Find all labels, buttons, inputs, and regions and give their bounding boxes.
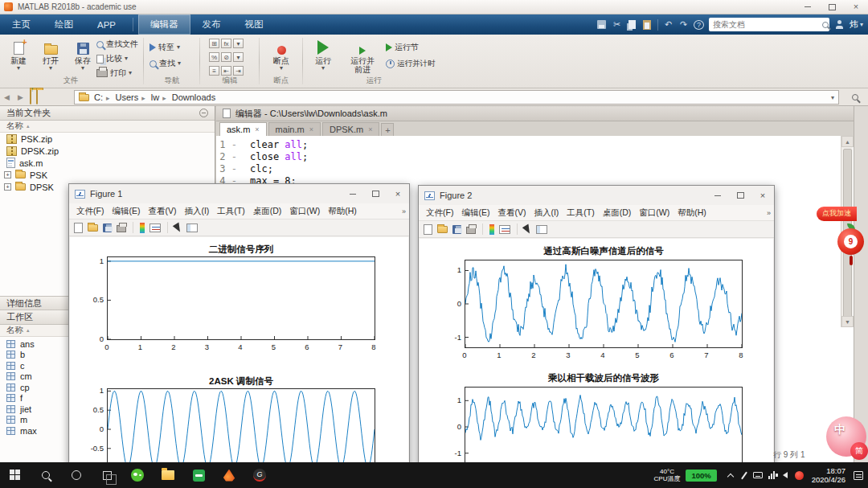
- start-button[interactable]: [0, 462, 31, 488]
- scroll-up-icon[interactable]: ▲: [841, 136, 854, 147]
- matlab-taskbar-button[interactable]: [214, 462, 244, 488]
- find-button[interactable]: 查找▾: [149, 57, 181, 70]
- doc-search-box[interactable]: [709, 18, 829, 31]
- smart-indent-icon[interactable]: ≡: [209, 66, 219, 76]
- editor-tab-dpskm[interactable]: DPSK.m×: [322, 122, 379, 136]
- code-line[interactable]: 3clc;: [216, 162, 854, 174]
- g-app-taskbar-button[interactable]: G: [244, 462, 275, 488]
- menu-desktop[interactable]: 桌面(D): [253, 206, 282, 217]
- colorbar-icon[interactable]: [489, 224, 494, 235]
- wechat-taskbar-button[interactable]: [122, 462, 153, 488]
- path-field[interactable]: C: Users lw Downloads ▾: [74, 90, 839, 105]
- figure-minimize-button[interactable]: [706, 186, 729, 205]
- menu-help[interactable]: 帮助(H): [328, 206, 357, 217]
- save-figure-icon[interactable]: [103, 223, 112, 232]
- menu-help[interactable]: 帮助(H): [678, 207, 706, 219]
- minimize-button[interactable]: [796, 0, 820, 14]
- insert-function-icon[interactable]: fx: [221, 39, 231, 48]
- user-avatar-icon[interactable]: [834, 19, 845, 31]
- paste-icon[interactable]: [642, 19, 653, 31]
- tab-editor[interactable]: 编辑器: [138, 14, 190, 35]
- figure-minimize-button[interactable]: [342, 184, 364, 203]
- ime-floating-widget[interactable]: 中 简: [825, 413, 868, 461]
- current-folder-header[interactable]: 当前文件夹: [0, 106, 215, 121]
- new-figure-icon[interactable]: [424, 224, 432, 235]
- volume-tray-icon[interactable]: [779, 462, 792, 488]
- maximize-button[interactable]: [820, 0, 844, 14]
- code-line[interactable]: 1clear all;: [216, 138, 854, 150]
- action-center-button[interactable]: [851, 462, 865, 488]
- menu-overflow-icon[interactable]: »: [767, 209, 771, 217]
- doc-search-input[interactable]: [713, 20, 819, 29]
- clock-widget[interactable]: 18:07 2020/4/26: [812, 466, 845, 484]
- folder-row[interactable]: +PSK: [0, 169, 215, 181]
- menu-file[interactable]: 文件(F): [76, 206, 104, 217]
- menu-tools[interactable]: 工具(T): [217, 206, 244, 217]
- cut-icon[interactable]: ✂: [612, 19, 622, 31]
- open-figure-icon[interactable]: [88, 224, 98, 232]
- menu-insert[interactable]: 插入(I): [184, 206, 209, 217]
- figure-close-button[interactable]: ×: [751, 186, 774, 205]
- comment-icon[interactable]: %: [209, 52, 219, 62]
- print-figure-icon[interactable]: [466, 225, 476, 234]
- undo-icon[interactable]: ↶: [663, 19, 674, 31]
- redo-icon[interactable]: ↷: [678, 19, 689, 31]
- find-files-button[interactable]: 查找文件: [96, 38, 138, 51]
- tab-close-icon[interactable]: ×: [309, 125, 313, 133]
- open-figure-icon[interactable]: [437, 226, 448, 233]
- legend-icon[interactable]: [149, 223, 161, 232]
- forward-arrow-icon[interactable]: ▶: [14, 93, 27, 101]
- help-icon[interactable]: ?: [694, 20, 704, 30]
- indent-right-icon[interactable]: ⇥: [233, 66, 244, 76]
- run-time-button[interactable]: 运行并计时: [386, 57, 436, 70]
- figure-maximize-button[interactable]: [364, 184, 387, 203]
- task-view-button[interactable]: [92, 462, 122, 488]
- speed-boost-badge[interactable]: 点我加速: [817, 207, 857, 221]
- tab-close-icon[interactable]: ×: [368, 125, 372, 133]
- breakpoints-button[interactable]: 断点 ▾: [266, 37, 297, 77]
- menu-edit[interactable]: 编辑(E): [461, 207, 489, 219]
- plot-tools-icon[interactable]: [536, 225, 547, 234]
- figure1-titlebar[interactable]: Figure 1 ×: [69, 184, 409, 203]
- keyboard-tray-icon[interactable]: [751, 462, 765, 488]
- folder-search-icon[interactable]: [852, 94, 858, 100]
- breadcrumb-users[interactable]: Users: [104, 92, 140, 102]
- back-arrow-icon[interactable]: ◀: [0, 93, 14, 101]
- expand-icon[interactable]: +: [4, 171, 11, 178]
- data-cursor-icon[interactable]: [524, 225, 531, 234]
- breadcrumb-user[interactable]: lw: [140, 92, 161, 102]
- figure2-titlebar[interactable]: Figure 2 ×: [419, 186, 774, 205]
- tab-close-icon[interactable]: ×: [255, 125, 259, 133]
- run-button[interactable]: 运行 ▾: [307, 37, 339, 77]
- run-advance-button[interactable]: 运行并 前进: [342, 37, 383, 77]
- goto-button[interactable]: 转至▾: [149, 41, 180, 54]
- menu-file[interactable]: 文件(F): [426, 207, 453, 219]
- chevron-down-icon[interactable]: ▾: [831, 94, 834, 101]
- new-figure-icon[interactable]: [74, 223, 83, 233]
- new-tab-icon[interactable]: +: [381, 123, 394, 136]
- accelerator-ornament[interactable]: 9: [837, 223, 866, 267]
- up-folder-icon[interactable]: ↑: [30, 90, 31, 105]
- panel-menu-icon[interactable]: [199, 109, 208, 117]
- name-column-header[interactable]: 名称 ▴: [0, 121, 215, 133]
- cpu-temp-widget[interactable]: 40°C CPU温度: [654, 468, 681, 482]
- run-section-button[interactable]: 运行节: [386, 41, 419, 54]
- data-cursor-icon[interactable]: [174, 223, 182, 232]
- insert-dropdown-icon[interactable]: ▾: [233, 39, 244, 48]
- colorbar-icon[interactable]: [140, 223, 145, 233]
- uncomment-icon[interactable]: ⊘: [221, 52, 231, 62]
- cortana-button[interactable]: [61, 462, 92, 488]
- copy-icon[interactable]: [627, 19, 637, 31]
- file-row[interactable]: PSK.zip: [0, 133, 215, 145]
- save-button[interactable]: 保存 ▾: [68, 37, 98, 77]
- tab-plots[interactable]: 绘图: [43, 14, 85, 35]
- legend-icon[interactable]: [499, 225, 510, 234]
- editor-tab-askm[interactable]: ask.m×: [219, 122, 267, 136]
- tab-publish[interactable]: 发布: [190, 14, 233, 35]
- tab-view[interactable]: 视图: [233, 14, 276, 35]
- menu-view[interactable]: 查看(V): [148, 206, 176, 217]
- green-app-taskbar-button[interactable]: [183, 462, 214, 488]
- editor-titlebar[interactable]: 编辑器 - C:\Users\lw\Downloads\ask.m: [216, 106, 854, 121]
- breadcrumb-downloads[interactable]: Downloads: [161, 92, 217, 102]
- plot-tools-icon[interactable]: [186, 223, 198, 232]
